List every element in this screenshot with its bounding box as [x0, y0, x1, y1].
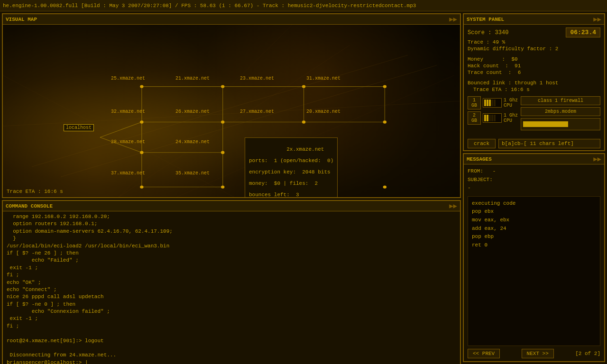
console-line: option routers 192.168.0.1; [7, 220, 456, 228]
console-line: range 192.168.0.2 192.168.0.20; [7, 213, 456, 220]
tooltip-bounces: bounces left: 3 [249, 192, 299, 197]
svg-point-37 [383, 185, 386, 188]
msg-line: mov eax, ebx [472, 216, 596, 225]
hw-bar-seg-empty [491, 115, 493, 121]
console-line: /usr/local/bin/eci-load2 /usr/local/bin/… [7, 243, 456, 250]
hw-progress-bar [523, 121, 568, 127]
msg-header: FROM: - SUBJECT: - [468, 167, 600, 192]
hw-ram1-label: 1GB [468, 96, 481, 109]
console-line: option domain-name-servers 62.4.16.70, 6… [7, 228, 456, 235]
hw-unit-ram1: 1GB 1 GhzCPU [468, 96, 518, 109]
map-connections [3, 25, 460, 197]
score-time-row: Score : 3340 06:23.4 [468, 27, 600, 37]
system-panel-icon[interactable]: ▶▶ [593, 15, 601, 23]
console-line [7, 330, 456, 337]
hw-ram2-label: 2GB [468, 111, 481, 125]
tooltip-encryption: encryption key: 2048 bits [249, 169, 331, 175]
msg-line: pop ebx [472, 208, 596, 216]
hw-bar-seg [484, 115, 486, 121]
sys-divider-1 [468, 53, 600, 56]
hw-col-left: 1GB 1 GhzCPU 2GB [468, 96, 518, 125]
command-console-icon[interactable]: ▶▶ [449, 202, 457, 210]
svg-line-18 [32, 55, 408, 167]
crack-button[interactable]: crack [468, 139, 496, 148]
node-37[interactable]: 37.xmaze.net [111, 171, 145, 176]
console-line: if [ $? -ne 0 ] ; then [7, 301, 456, 308]
hw-progress-card [521, 118, 600, 130]
hw-bar-seg [487, 100, 488, 106]
hw-bar-seg-empty [491, 100, 493, 106]
score-label: Score : 3340 [468, 29, 508, 36]
msg-from-label: FROM: [468, 168, 483, 174]
messages-icon[interactable]: ▶▶ [593, 155, 601, 163]
console-line [7, 345, 456, 352]
console-line: echo "Connect" ; [7, 286, 456, 293]
money-value: $0 [511, 56, 517, 62]
hack-count-value: 91 [515, 63, 521, 69]
svg-point-33 [140, 151, 143, 154]
ddf-row: Dynamic difficulty factor : 2 [468, 46, 600, 52]
system-panel-header: SYSTEM PANEL ▶▶ [464, 14, 604, 25]
console-line: if [ $? -ne 26 ] ; then [7, 250, 456, 257]
modem-card: 2mbps.modem [521, 107, 600, 116]
visual-map-icon[interactable]: ▶▶ [449, 15, 457, 23]
hw-bar-seg [484, 100, 486, 106]
console-line: brianspencer@localhost:> | [7, 359, 456, 364]
node-23[interactable]: 23.xmaze.net [240, 76, 274, 81]
node-27[interactable]: 27.xmaze.net [240, 109, 274, 114]
prev-button[interactable]: << PREV [468, 349, 500, 358]
node-20[interactable]: 20.xmaze.net [306, 109, 340, 114]
console-line: } [7, 235, 456, 242]
trace-count-label: Trace count [468, 70, 502, 75]
node-26[interactable]: 26.xmaze.net [175, 109, 210, 114]
hack-count-row: Hack count : 91 [468, 63, 600, 69]
sys-divider-2 [468, 76, 600, 80]
system-panel-content: Score : 3340 06:23.4 Trace : 49 % Dynami… [464, 25, 604, 133]
svg-point-28 [383, 85, 386, 88]
hardware-section: 1GB 1 GhzCPU 2GB [468, 96, 600, 130]
messages-panel: MESSAGES ▶▶ FROM: - SUBJECT: [463, 153, 605, 362]
svg-point-26 [221, 85, 224, 88]
msg-subject-row: SUBJECT: [468, 176, 600, 184]
node-21[interactable]: 21.xmaze.net [175, 76, 210, 81]
map-trace-eta: Trace ETA : 16:6 s [7, 189, 63, 194]
svg-point-29 [140, 120, 143, 123]
node-25[interactable]: 25.xmaze.net [111, 76, 145, 81]
money-row: Money : $0 [468, 56, 600, 62]
next-button[interactable]: NEXT >> [522, 349, 554, 358]
console-line: nice 26 pppd call adsl updetach [7, 293, 456, 300]
msg-line: executing code [472, 200, 596, 208]
node-28[interactable]: 28.xmaze.net [111, 139, 145, 145]
msg-body-content: executing codepop ebxmov eax, ebxadd eax… [468, 196, 600, 346]
money-label: Money [468, 56, 483, 62]
trace-row: Trace : 49 % [468, 39, 600, 45]
firewall-card: class 1 firewall [521, 96, 600, 105]
map-area[interactable]: 25.xmaze.net 21.xmaze.net 23.xmaze.net 3… [3, 25, 460, 197]
crack-input[interactable] [498, 139, 600, 148]
msg-from-row: FROM: - [468, 167, 600, 176]
hw-bar-seg-empty [494, 100, 496, 106]
system-panel: SYSTEM PANEL ▶▶ Score : 3340 06:23.4 Tra… [463, 13, 605, 151]
hw-unit-ram2: 2GB 1 GhzCPU [468, 111, 518, 125]
console-line: fi ; [7, 272, 456, 279]
node-24[interactable]: 24.xmaze.net [175, 139, 210, 145]
console-line: root@24.xmaze.net[901]:> logout [7, 337, 456, 345]
time-display: 06:23.4 [566, 27, 600, 37]
svg-point-30 [221, 120, 224, 123]
node-35[interactable]: 35.xmaze.net [175, 171, 210, 176]
node-tooltip: 2x.xmaze.net ports: 1 (open/hacked: 0) e… [245, 137, 338, 197]
hw-bar-seg-empty [494, 115, 496, 121]
node-32[interactable]: 32.xmaze.net [111, 109, 145, 114]
hw-col-right: class 1 firewall 2mbps.modem [521, 96, 600, 130]
command-console-output[interactable]: range 192.168.0.2 192.168.0.20; option r… [3, 211, 460, 364]
console-line: exit -1 ; [7, 315, 456, 322]
console-line: echo "Connexion failed" ; [7, 308, 456, 315]
tooltip-money: money: $0 | files: 2 [249, 181, 318, 186]
msg-line: pop ebp [472, 233, 596, 241]
visual-map-panel: VISUAL MAP ▶▶ [2, 13, 461, 198]
hw-cpu1-name: 1 GhzCPU [504, 98, 518, 108]
localhost-box[interactable]: localhost [64, 124, 94, 131]
command-console-title: COMMAND CONSOLE [6, 203, 53, 209]
hack-count-label: Hack count [468, 63, 499, 69]
node-31[interactable]: 31.xmaze.net [306, 76, 340, 81]
